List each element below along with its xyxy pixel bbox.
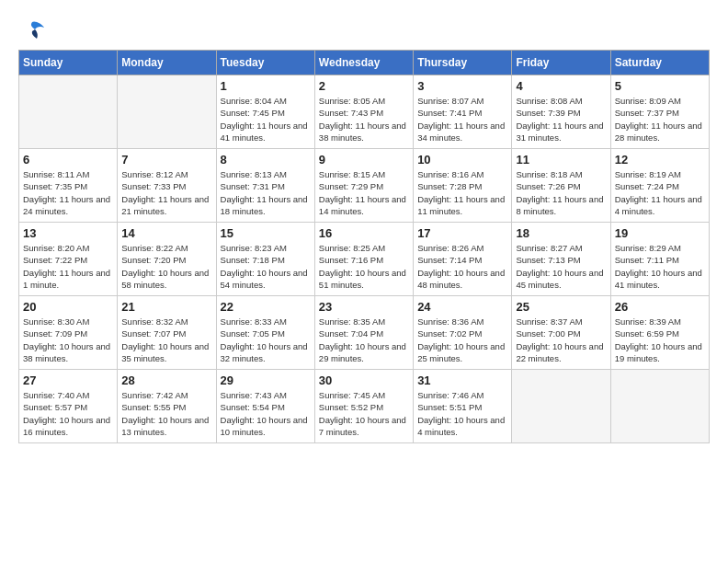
day-info: Sunrise: 8:13 AM Sunset: 7:31 PM Dayligh… [221,168,311,217]
day-info: Sunrise: 8:15 AM Sunset: 7:29 PM Dayligh… [319,168,409,217]
day-info: Sunrise: 7:40 AM Sunset: 5:57 PM Dayligh… [23,389,113,438]
day-info: Sunrise: 8:07 AM Sunset: 7:41 PM Dayligh… [417,95,507,144]
calendar-day-cell: 26Sunrise: 8:39 AM Sunset: 6:59 PM Dayli… [610,296,709,370]
day-number: 14 [121,226,211,240]
weekday-header-friday: Friday [512,51,610,75]
day-info: Sunrise: 8:16 AM Sunset: 7:28 PM Dayligh… [417,168,507,217]
calendar-day-cell: 8Sunrise: 8:13 AM Sunset: 7:31 PM Daylig… [216,149,314,223]
calendar-day-cell: 11Sunrise: 8:18 AM Sunset: 7:26 PM Dayli… [512,149,610,223]
day-number: 20 [23,300,113,314]
day-number: 2 [319,79,409,93]
calendar-day-cell [512,370,610,443]
day-number: 5 [615,79,705,93]
day-number: 7 [121,153,211,167]
day-info: Sunrise: 8:04 AM Sunset: 7:45 PM Dayligh… [221,95,311,144]
calendar-week-row: 20Sunrise: 8:30 AM Sunset: 7:09 PM Dayli… [19,296,710,370]
day-number: 31 [417,373,507,387]
day-info: Sunrise: 8:23 AM Sunset: 7:18 PM Dayligh… [221,242,311,291]
weekday-header-wednesday: Wednesday [314,51,413,75]
weekday-header-monday: Monday [118,51,216,75]
day-number: 6 [23,153,113,167]
day-number: 10 [417,153,507,167]
calendar-week-row: 27Sunrise: 7:40 AM Sunset: 5:57 PM Dayli… [19,370,710,443]
calendar-day-cell: 1Sunrise: 8:04 AM Sunset: 7:45 PM Daylig… [216,75,314,149]
weekday-header-saturday: Saturday [610,51,709,75]
calendar-day-cell: 27Sunrise: 7:40 AM Sunset: 5:57 PM Dayli… [19,370,118,443]
day-info: Sunrise: 7:45 AM Sunset: 5:52 PM Dayligh… [319,389,409,438]
day-info: Sunrise: 8:27 AM Sunset: 7:13 PM Dayligh… [516,242,606,291]
day-number: 11 [516,153,606,167]
calendar-day-cell: 14Sunrise: 8:22 AM Sunset: 7:20 PM Dayli… [118,223,216,296]
calendar-day-cell: 4Sunrise: 8:08 AM Sunset: 7:39 PM Daylig… [512,75,610,149]
calendar-day-cell: 20Sunrise: 8:30 AM Sunset: 7:09 PM Dayli… [19,296,118,370]
day-number: 18 [516,226,606,240]
calendar-day-cell: 29Sunrise: 7:43 AM Sunset: 5:54 PM Dayli… [216,370,314,443]
day-number: 3 [417,79,507,93]
day-info: Sunrise: 8:37 AM Sunset: 7:00 PM Dayligh… [516,316,606,364]
calendar-day-cell: 19Sunrise: 8:29 AM Sunset: 7:11 PM Dayli… [610,223,709,296]
day-info: Sunrise: 8:25 AM Sunset: 7:16 PM Dayligh… [319,242,409,291]
calendar-day-cell: 6Sunrise: 8:11 AM Sunset: 7:35 PM Daylig… [19,149,118,223]
day-number: 4 [516,79,606,93]
calendar-day-cell: 31Sunrise: 7:46 AM Sunset: 5:51 PM Dayli… [414,370,512,443]
page-header [18,18,710,40]
day-info: Sunrise: 8:33 AM Sunset: 7:05 PM Dayligh… [221,316,311,364]
day-info: Sunrise: 8:39 AM Sunset: 6:59 PM Dayligh… [615,316,705,364]
calendar-day-cell: 10Sunrise: 8:16 AM Sunset: 7:28 PM Dayli… [414,149,512,223]
day-info: Sunrise: 8:35 AM Sunset: 7:04 PM Dayligh… [319,316,409,364]
calendar-day-cell: 21Sunrise: 8:32 AM Sunset: 7:07 PM Dayli… [118,296,216,370]
calendar-day-cell [118,75,216,149]
day-info: Sunrise: 8:20 AM Sunset: 7:22 PM Dayligh… [23,242,113,291]
day-info: Sunrise: 8:22 AM Sunset: 7:20 PM Dayligh… [121,242,211,291]
day-number: 27 [23,373,113,387]
day-number: 1 [221,79,311,93]
calendar-day-cell: 16Sunrise: 8:25 AM Sunset: 7:16 PM Dayli… [314,223,413,296]
day-number: 23 [319,300,409,314]
calendar-table: SundayMondayTuesdayWednesdayThursdayFrid… [18,50,710,443]
day-info: Sunrise: 8:19 AM Sunset: 7:24 PM Dayligh… [615,168,705,217]
calendar-day-cell: 30Sunrise: 7:45 AM Sunset: 5:52 PM Dayli… [314,370,413,443]
day-info: Sunrise: 8:30 AM Sunset: 7:09 PM Dayligh… [23,316,113,364]
calendar-day-cell: 15Sunrise: 8:23 AM Sunset: 7:18 PM Dayli… [216,223,314,296]
calendar-day-cell: 5Sunrise: 8:09 AM Sunset: 7:37 PM Daylig… [610,75,709,149]
day-number: 24 [417,300,507,314]
day-number: 15 [221,226,311,240]
day-info: Sunrise: 8:29 AM Sunset: 7:11 PM Dayligh… [615,242,705,291]
calendar-day-cell: 17Sunrise: 8:26 AM Sunset: 7:14 PM Dayli… [414,223,512,296]
day-info: Sunrise: 8:08 AM Sunset: 7:39 PM Dayligh… [516,95,606,144]
day-number: 13 [23,226,113,240]
calendar-day-cell: 2Sunrise: 8:05 AM Sunset: 7:43 PM Daylig… [314,75,413,149]
logo [18,18,50,40]
day-info: Sunrise: 8:32 AM Sunset: 7:07 PM Dayligh… [121,316,211,364]
day-number: 19 [615,226,705,240]
day-number: 30 [319,373,409,387]
calendar-week-row: 6Sunrise: 8:11 AM Sunset: 7:35 PM Daylig… [19,149,710,223]
logo-bird-icon [18,18,46,40]
day-info: Sunrise: 8:26 AM Sunset: 7:14 PM Dayligh… [417,242,507,291]
day-info: Sunrise: 8:11 AM Sunset: 7:35 PM Dayligh… [23,168,113,217]
calendar-day-cell: 3Sunrise: 8:07 AM Sunset: 7:41 PM Daylig… [414,75,512,149]
weekday-header-tuesday: Tuesday [216,51,314,75]
day-number: 26 [615,300,705,314]
calendar-day-cell: 28Sunrise: 7:42 AM Sunset: 5:55 PM Dayli… [118,370,216,443]
calendar-day-cell: 7Sunrise: 8:12 AM Sunset: 7:33 PM Daylig… [118,149,216,223]
calendar-day-cell: 12Sunrise: 8:19 AM Sunset: 7:24 PM Dayli… [610,149,709,223]
day-number: 17 [417,226,507,240]
calendar-day-cell: 23Sunrise: 8:35 AM Sunset: 7:04 PM Dayli… [314,296,413,370]
calendar-week-row: 13Sunrise: 8:20 AM Sunset: 7:22 PM Dayli… [19,223,710,296]
calendar-day-cell [19,75,118,149]
day-info: Sunrise: 8:36 AM Sunset: 7:02 PM Dayligh… [417,316,507,364]
calendar-day-cell: 24Sunrise: 8:36 AM Sunset: 7:02 PM Dayli… [414,296,512,370]
day-info: Sunrise: 7:46 AM Sunset: 5:51 PM Dayligh… [417,389,507,438]
calendar-week-row: 1Sunrise: 8:04 AM Sunset: 7:45 PM Daylig… [19,75,710,149]
day-info: Sunrise: 8:05 AM Sunset: 7:43 PM Dayligh… [319,95,409,144]
day-number: 25 [516,300,606,314]
day-number: 8 [221,153,311,167]
calendar-day-cell: 9Sunrise: 8:15 AM Sunset: 7:29 PM Daylig… [314,149,413,223]
calendar-day-cell [610,370,709,443]
weekday-header-sunday: Sunday [19,51,118,75]
day-number: 22 [221,300,311,314]
day-number: 16 [319,226,409,240]
day-info: Sunrise: 8:12 AM Sunset: 7:33 PM Dayligh… [121,168,211,217]
calendar-day-cell: 18Sunrise: 8:27 AM Sunset: 7:13 PM Dayli… [512,223,610,296]
